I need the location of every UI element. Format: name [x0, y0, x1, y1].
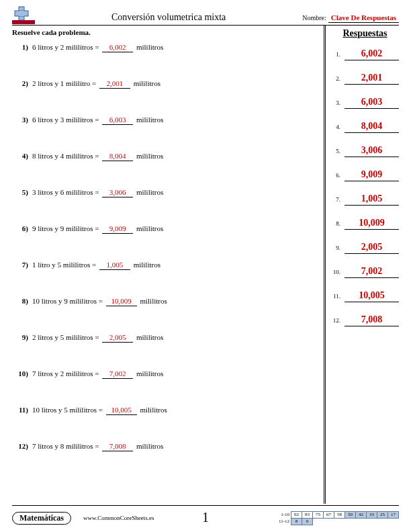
problem-row: 5)3 litros y 6 mililitros = 3,006 milili… — [12, 188, 320, 197]
answer-value: 6,003 — [345, 97, 399, 109]
answer-number: 2. — [331, 75, 342, 82]
problem-number: 5) — [16, 188, 32, 196]
grid-cell: 42 — [356, 511, 367, 518]
answer-blank: 2,005 — [102, 333, 133, 343]
name-label: Nombre: — [302, 14, 326, 21]
problem-number: 3) — [16, 116, 32, 124]
answer-blank: 8,004 — [102, 152, 133, 161]
answer-number: 12. — [331, 317, 342, 324]
problem-text: 10 litros y 5 mililitros = 10,005 milili… — [32, 406, 167, 415]
problem-row: 6)9 litros y 9 mililitros = 9,009 milili… — [12, 224, 320, 234]
answer-number: 6. — [331, 172, 342, 179]
answers-header: Respuestas — [331, 28, 399, 39]
problem-number: 8) — [16, 297, 32, 305]
plus-logo-icon — [12, 5, 35, 24]
answer-blank: 3,006 — [102, 188, 133, 197]
problem-number: 9) — [16, 333, 32, 341]
problem-row: 4)8 litros y 4 mililitros = 8,004 milili… — [12, 152, 320, 161]
answer-blank: 6,002 — [102, 43, 133, 52]
answer-row: 4.8,004 — [331, 121, 399, 133]
problem-text: 1 litro y 5 mililitros = 1,005 mililitro… — [32, 261, 161, 270]
answer-value: 7,008 — [345, 314, 399, 326]
footer-url: www.CommonCoreSheets.es — [83, 515, 154, 521]
grid-label: 1-10 — [277, 511, 291, 518]
problem-number: 1) — [16, 43, 32, 51]
answer-value: 10,009 — [345, 218, 399, 230]
footer: Matemáticas www.CommonCoreSheets.es 1 1-… — [12, 505, 399, 528]
problem-row: 3)6 litros y 3 mililitros = 6,003 milili… — [12, 116, 320, 125]
name-value: Clave De Respuestas — [328, 13, 399, 23]
problem-text: 7 litros y 2 mililitros = 7,002 mililitr… — [32, 369, 163, 379]
worksheet-title: Conversión volumetrica mixta — [35, 12, 302, 24]
name-field: Nombre: Clave De Respuestas — [302, 13, 399, 24]
problem-number: 10) — [16, 369, 32, 378]
answer-value: 2,001 — [345, 73, 399, 85]
svg-rect-3 — [19, 11, 24, 16]
problem-row: 11)10 litros y 5 mililitros = 10,005 mil… — [12, 406, 320, 415]
grid-cell: 0 — [302, 518, 313, 525]
problem-number: 6) — [16, 224, 32, 232]
answer-value: 6,002 — [345, 48, 399, 60]
problems-column: Resuelve cada problema. 1)6 litros y 2 m… — [12, 26, 324, 504]
grid-cell: 58 — [334, 511, 345, 518]
answer-value: 1,005 — [345, 193, 399, 206]
answer-row: 3.6,003 — [331, 97, 399, 109]
problem-text: 2 litros y 5 mililitros = 2,005 mililitr… — [32, 333, 163, 343]
problem-row: 2)2 litros y 1 mililitro = 2,001 mililit… — [12, 79, 320, 89]
grid-cell: 67 — [324, 511, 334, 518]
grid-cell: 17 — [388, 511, 399, 518]
problem-text: 3 litros y 6 mililitros = 3,006 mililitr… — [32, 188, 163, 197]
problem-number: 4) — [16, 152, 32, 160]
problem-text: 10 litros y 9 mililitros = 10,009 milili… — [32, 297, 167, 306]
page-number: 1 — [202, 510, 209, 525]
answer-blank: 10,009 — [106, 297, 137, 306]
answer-number: 8. — [331, 220, 342, 227]
answer-row: 10.7,002 — [331, 266, 399, 278]
subject-badge: Matemáticas — [12, 512, 71, 525]
problem-row: 8)10 litros y 9 mililitros = 10,009 mili… — [12, 297, 320, 306]
answer-number: 7. — [331, 196, 342, 203]
answer-number: 10. — [331, 269, 342, 275]
answer-row: 8.10,009 — [331, 218, 399, 230]
answer-row: 7.1,005 — [331, 193, 399, 206]
answer-number: 3. — [331, 99, 342, 106]
answer-value: 3,006 — [345, 145, 399, 157]
grid-cell: 83 — [302, 511, 313, 518]
problem-text: 8 litros y 4 mililitros = 8,004 mililitr… — [32, 152, 163, 161]
problem-text: 2 litros y 1 mililitro = 2,001 mililitro… — [32, 79, 161, 89]
problem-text: 7 litros y 8 mililitros = 7,008 mililitr… — [32, 442, 163, 451]
header: Conversión volumetrica mixta Nombre: Cla… — [12, 5, 399, 24]
answer-row: 11.10,005 — [331, 290, 399, 302]
answer-row: 9.2,005 — [331, 242, 399, 254]
problem-row: 1)6 litros y 2 mililitros = 6,002 milili… — [12, 43, 320, 52]
problem-number: 12) — [16, 442, 32, 450]
answer-blank: 7,008 — [102, 442, 133, 451]
answer-number: 4. — [331, 124, 342, 130]
grid-cell: 75 — [313, 511, 324, 518]
answer-value: 10,005 — [345, 290, 399, 302]
answer-row: 12.7,008 — [331, 314, 399, 326]
svg-rect-0 — [12, 20, 35, 24]
answer-number: 11. — [331, 293, 342, 300]
grid-cell: 25 — [377, 511, 388, 518]
answer-number: 9. — [331, 245, 342, 251]
answers-column: Respuestas 1.6,0022.2,0013.6,0034.8,0045… — [324, 26, 399, 504]
grid-label: 11-12 — [277, 518, 291, 525]
answer-blank: 1,005 — [99, 261, 130, 270]
problem-row: 10)7 litros y 2 mililitros = 7,002 milil… — [12, 369, 320, 379]
answer-value: 9,009 — [345, 169, 399, 181]
answer-blank: 6,003 — [102, 116, 133, 125]
worksheet-page: Conversión volumetrica mixta Nombre: Cla… — [0, 0, 411, 532]
problem-number: 7) — [16, 261, 32, 269]
answer-blank: 10,005 — [106, 406, 137, 415]
answer-value: 7,002 — [345, 266, 399, 278]
content-area: Resuelve cada problema. 1)6 litros y 2 m… — [12, 26, 399, 504]
answer-blank: 9,009 — [102, 224, 133, 234]
problem-row: 9)2 litros y 5 mililitros = 2,005 milili… — [12, 333, 320, 343]
problem-text: 9 litros y 9 mililitros = 9,009 mililitr… — [32, 224, 163, 234]
grid-cell: 8 — [291, 518, 302, 525]
grid-cell: 92 — [291, 511, 302, 518]
problem-row: 7)1 litro y 5 mililitros = 1,005 mililit… — [12, 261, 320, 270]
answer-number: 1. — [331, 51, 342, 58]
problem-number: 2) — [16, 79, 32, 87]
